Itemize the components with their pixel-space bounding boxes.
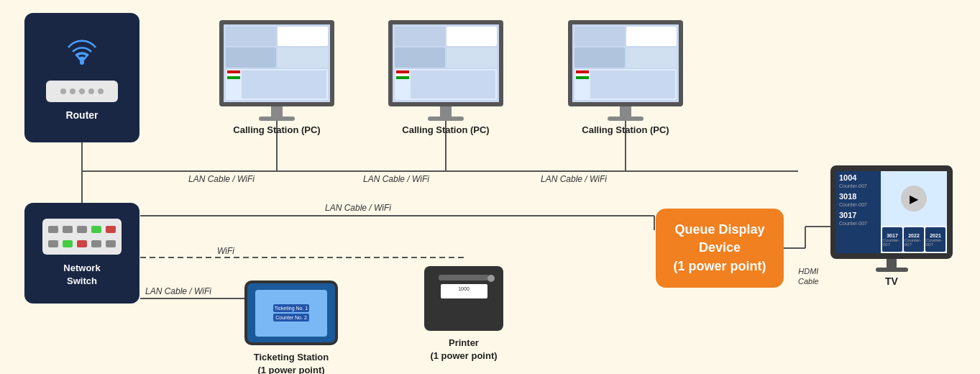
switch-port-3 bbox=[77, 226, 87, 233]
screen-content-1 bbox=[224, 24, 330, 102]
switch-port-1 bbox=[48, 226, 58, 233]
router-dot-2 bbox=[70, 88, 75, 94]
lan-label-ticketing: LAN Cable / WiFi bbox=[144, 286, 213, 296]
switch-label: NetworkSwitch bbox=[63, 262, 100, 288]
calling-station-3: Calling Station (PC) bbox=[568, 20, 683, 135]
router-label: Router bbox=[65, 109, 98, 121]
queue-display-device: Queue DisplayDevice(1 power point) bbox=[656, 209, 784, 288]
queue-display-label: Queue DisplayDevice(1 power point) bbox=[674, 221, 766, 275]
tv-label: TV bbox=[885, 275, 898, 287]
lan-label-queue: LAN Cable / WiFi bbox=[324, 203, 393, 213]
lan-label-pc2: LAN Cable / WiFi bbox=[362, 174, 431, 184]
screen-content-3 bbox=[572, 24, 679, 102]
switch-port-5 bbox=[106, 226, 116, 233]
calling-station-2: Calling Station (PC) bbox=[388, 20, 503, 135]
ticketing-station: Ticketing No. 1 Counter No. 2 Ticketing … bbox=[244, 280, 338, 374]
printer-paper: 1000 bbox=[441, 284, 487, 298]
ticketing-label: Ticketing Station(1 power point) bbox=[254, 351, 329, 374]
printer-slot bbox=[439, 275, 489, 280]
switch-port-2 bbox=[63, 226, 73, 233]
monitor-screen-2 bbox=[388, 20, 503, 106]
lan-label-pc3: LAN Cable / WiFi bbox=[539, 174, 608, 184]
tablet-screen: Ticketing No. 1 Counter No. 2 bbox=[255, 290, 327, 337]
pc-label-2: Calling Station (PC) bbox=[402, 124, 489, 135]
router-dot-3 bbox=[79, 88, 85, 94]
tv-device: 1004 Counter-007 3018 Counter-007 3017 C… bbox=[830, 165, 953, 287]
switch-port-9 bbox=[91, 240, 101, 247]
wifi-icon bbox=[60, 35, 104, 75]
svg-point-14 bbox=[80, 60, 84, 65]
monitor-screen-1 bbox=[219, 20, 334, 106]
router-device: Router bbox=[24, 13, 139, 142]
switch-port-7 bbox=[63, 240, 73, 247]
router-body bbox=[46, 81, 118, 102]
switch-port-10 bbox=[106, 240, 116, 247]
monitor-base-1 bbox=[259, 117, 295, 121]
pc-label-1: Calling Station (PC) bbox=[233, 124, 320, 135]
monitor-stand-3 bbox=[620, 106, 631, 117]
printer-button bbox=[487, 275, 495, 282]
tablet-body: Ticketing No. 1 Counter No. 2 bbox=[244, 280, 338, 345]
tv-screen: 1004 Counter-007 3018 Counter-007 3017 C… bbox=[830, 165, 953, 259]
monitor-stand-2 bbox=[440, 106, 452, 117]
switch-port-4 bbox=[91, 226, 101, 233]
tv-stand bbox=[887, 259, 897, 268]
monitor-screen-3 bbox=[568, 20, 683, 106]
monitor-base-3 bbox=[608, 117, 644, 121]
diagram-container: Router NetworkSwitch bbox=[0, 0, 980, 374]
network-switch-device: NetworkSwitch bbox=[24, 203, 139, 304]
lan-label-pc1: LAN Cable / WiFi bbox=[187, 174, 256, 184]
switch-body bbox=[42, 219, 122, 255]
switch-port-6 bbox=[48, 240, 58, 247]
calling-station-1: Calling Station (PC) bbox=[219, 20, 334, 135]
printer-body: 1000 bbox=[424, 266, 503, 331]
router-dot-4 bbox=[88, 88, 94, 94]
screen-content-2 bbox=[393, 24, 499, 102]
pc-label-3: Calling Station (PC) bbox=[582, 124, 669, 135]
monitor-stand-1 bbox=[271, 106, 283, 117]
hdmi-label: HDMICable bbox=[798, 266, 819, 287]
printer-device: 1000 Printer(1 power point) bbox=[424, 266, 503, 362]
switch-port-8 bbox=[77, 240, 87, 247]
wifi-label-printer: WiFi bbox=[216, 246, 236, 256]
router-dot-5 bbox=[98, 88, 104, 94]
printer-label: Printer(1 power point) bbox=[430, 337, 497, 362]
monitor-base-2 bbox=[428, 117, 464, 121]
router-dot-1 bbox=[60, 88, 66, 94]
tv-base bbox=[876, 268, 908, 272]
